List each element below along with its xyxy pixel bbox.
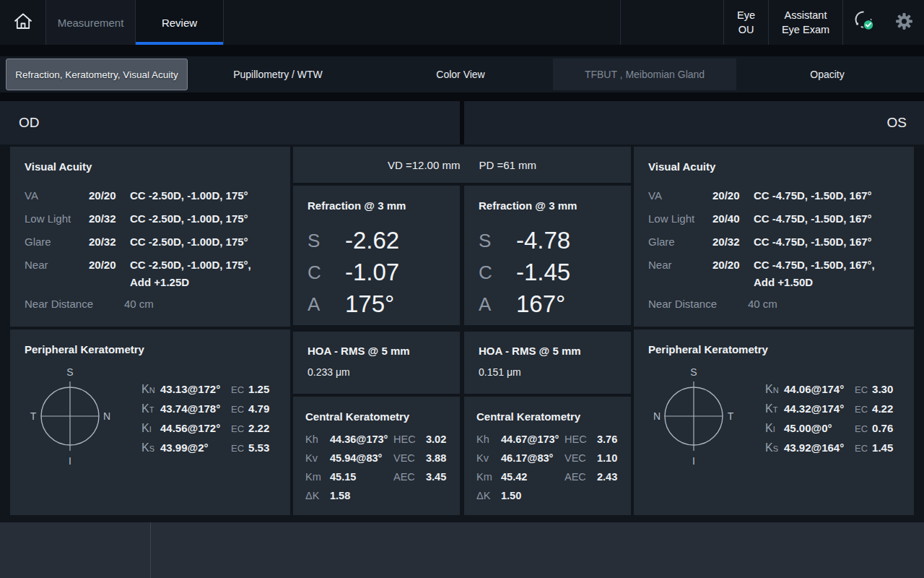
- panel-title: Refraction @ 3 mm: [308, 197, 445, 215]
- km-value: 45.42: [501, 467, 565, 486]
- subtab-opacity[interactable]: Opacity: [736, 56, 918, 92]
- ec-cell: EC1.25: [231, 383, 269, 395]
- va-row-acuity: 20/20: [712, 254, 747, 277]
- subtab-tfbut-meibomian-gland[interactable]: TFBUT , Meibomian Gland: [553, 59, 736, 90]
- os-section-header: OS: [464, 101, 924, 144]
- sphere-value: -2.62: [345, 227, 445, 254]
- panel-title: Central Keratometry: [476, 408, 619, 426]
- subtab-color-view[interactable]: Color View: [368, 56, 553, 92]
- axis-label: A: [479, 293, 516, 316]
- os-hoa-panel: HOA - RMS @ 5 mm 0.151 μm: [464, 332, 631, 394]
- od-title: OD: [19, 115, 40, 131]
- panel-title: Peripheral Keratometry: [648, 341, 899, 358]
- eye-selector-label: Eye: [737, 9, 755, 22]
- compass-top-label: S: [66, 366, 73, 378]
- va-row-label: Glare: [25, 230, 82, 254]
- os-central-keratometry-panel: Central Keratometry Kh 44.67@173° HEC 3.…: [464, 397, 631, 515]
- review-subtab-bar: Refraction, Keratometry, Visual Acuity P…: [0, 56, 924, 92]
- va-row: Low Light 20/32 CC -2.50D, -1.00D, 175°: [25, 207, 276, 230]
- cylinder-value: -1.45: [516, 259, 616, 286]
- pk-row: KN 44.06@174° EC3.30: [765, 379, 893, 399]
- subtab-label: Pupillometry / WTW: [233, 69, 323, 80]
- kv-value: 45.94@83°: [330, 449, 393, 467]
- aec-value: 2.43: [597, 467, 619, 486]
- sync-status-button[interactable]: [843, 0, 884, 45]
- axis-label: A: [308, 293, 345, 316]
- top-bar: Measurement Review Eye OU Assistant Eye …: [0, 0, 924, 45]
- cylinder-label: C: [308, 262, 345, 284]
- compass-bottom-label: I: [692, 455, 695, 467]
- aec-label: AEC: [393, 467, 426, 486]
- va-row-rx-line1: CC -2.50D, -1.00D, 175°,: [130, 256, 276, 274]
- ck-row: Kv 46.17@83° VEC 1.10: [476, 449, 619, 467]
- refraction-row: A 167°: [479, 288, 616, 320]
- settings-button[interactable]: [884, 0, 924, 45]
- hoa-rms-value: 0.151 μm: [479, 365, 616, 379]
- empty-cell: [597, 486, 619, 505]
- va-row: Glare 20/32 CC -4.75D, -1.50D, 167°: [648, 230, 899, 254]
- os-peripheral-keratometry-panel: Peripheral Keratometry S I N T KN 44.06@…: [634, 329, 914, 515]
- od-visual-acuity-panel: Visual Acuity VA 20/20 CC -2.50D, -1.00D…: [10, 147, 290, 327]
- tab-review-label: Review: [162, 17, 197, 29]
- kt-value: 44.32@174°: [784, 402, 855, 415]
- hec-value: 3.76: [597, 430, 619, 449]
- subtab-refraction-keratometry-visual-acuity[interactable]: Refraction, Keratometry, Visual Acuity: [6, 59, 188, 90]
- va-row-rx: CC -2.50D, -1.00D, 175°: [130, 207, 276, 230]
- panel-title: HOA - RMS @ 5 mm: [479, 343, 616, 359]
- va-row-rx-add: Add +1.50D: [754, 274, 899, 291]
- near-distance-value: 40 cm: [748, 293, 899, 316]
- od-compass-diagram: S I T N: [16, 360, 124, 471]
- active-tab-indicator: [136, 42, 223, 45]
- pk-rows: KN 43.13@172° EC1.25 KT 43.74@178° EC4.7…: [141, 379, 269, 457]
- home-button[interactable]: [0, 0, 46, 45]
- panel-title: Central Keratometry: [305, 408, 448, 426]
- kn-label: KN: [765, 383, 784, 396]
- va-row-acuity: 20/20: [712, 184, 747, 207]
- delta-k-label: ΔK: [305, 486, 330, 505]
- ck-row: Kv 45.94@83° VEC 3.88: [305, 449, 448, 467]
- vec-label: VEC: [565, 449, 597, 467]
- kn-value: 43.13@172°: [160, 383, 231, 395]
- ks-label: KS: [765, 441, 784, 454]
- km-label: Km: [476, 467, 501, 486]
- ck-row: ΔK 1.50: [476, 486, 619, 505]
- va-row-rx: CC -4.75D, -1.50D, 167°, Add +1.50D: [754, 254, 899, 291]
- va-row-rx: CC -2.50D, -1.00D, 175°: [130, 230, 276, 254]
- va-row-rx: CC -2.50D, -1.00D, 175°, Add +1.25D: [130, 254, 276, 291]
- ck-row: Km 45.15 AEC 3.45: [305, 467, 448, 486]
- panel-title: Visual Acuity: [648, 158, 899, 176]
- va-row-label: VA: [648, 184, 706, 207]
- panel-title: HOA - RMS @ 5 mm: [308, 343, 445, 359]
- tab-review[interactable]: Review: [136, 0, 224, 45]
- subtab-label: TFBUT , Meibomian Gland: [585, 69, 705, 80]
- kh-value: 44.67@173°: [501, 430, 565, 449]
- pk-row: KT 43.74@178° EC4.79: [141, 399, 269, 418]
- kt-label: KT: [765, 402, 784, 415]
- compass-right-label: N: [103, 410, 110, 422]
- ks-value: 43.92@164°: [784, 441, 855, 454]
- compass-right-label: T: [728, 410, 734, 422]
- delta-k-value: 1.58: [330, 486, 393, 505]
- subtab-label: Opacity: [810, 69, 844, 80]
- km-value: 45.15: [330, 467, 393, 486]
- va-row-rx: CC -4.75D, -1.50D, 167°: [754, 207, 899, 230]
- va-row-label: Low Light: [648, 207, 706, 230]
- assistant-mode-button[interactable]: Assistant Eye Exam: [769, 0, 843, 45]
- vec-label: VEC: [393, 449, 426, 467]
- kn-label: KN: [141, 383, 160, 396]
- home-icon: [13, 12, 33, 33]
- os-title: OS: [887, 115, 907, 131]
- ec-cell: EC4.79: [231, 402, 269, 415]
- tab-measurement[interactable]: Measurement: [46, 0, 136, 45]
- kh-value: 44.36@173°: [330, 430, 393, 449]
- delta-k-value: 1.50: [501, 486, 565, 505]
- compass-left-label: N: [653, 410, 661, 422]
- va-row: Near 20/20 CC -4.75D, -1.50D, 167°, Add …: [648, 254, 899, 291]
- va-row-label: Near: [25, 254, 82, 277]
- eye-selector-button[interactable]: Eye OU: [724, 0, 769, 45]
- subtab-label: Color View: [436, 69, 484, 80]
- ki-value: 45.00@0°: [784, 422, 855, 434]
- subtab-pupillometry-wtw[interactable]: Pupillometry / WTW: [188, 56, 368, 92]
- va-row-rx: CC -4.75D, -1.50D, 167°: [754, 184, 899, 207]
- ks-label: KS: [141, 441, 160, 454]
